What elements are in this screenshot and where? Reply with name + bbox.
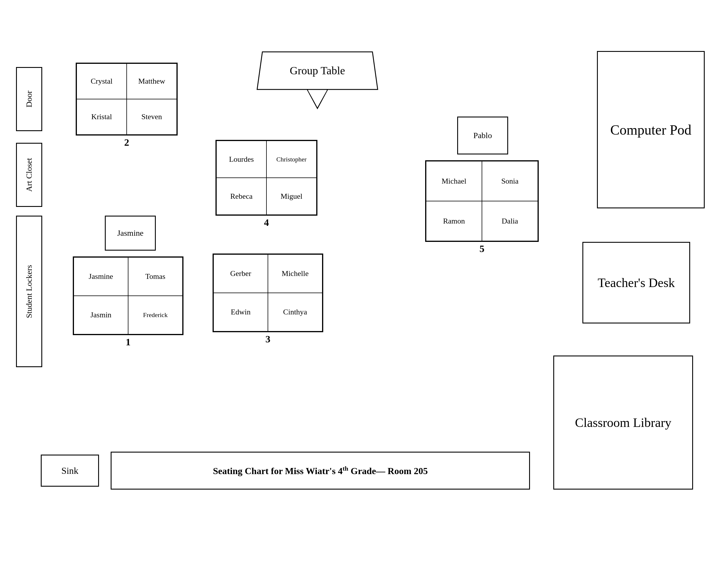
- desk-frederick: Frederick: [128, 296, 183, 334]
- svg-marker-2: [308, 90, 327, 107]
- sink-label: Sink: [41, 455, 99, 487]
- desk-rebeca: Rebeca: [216, 178, 266, 215]
- desk-jasmin: Jasmin: [74, 296, 128, 334]
- desk-michael: Michael: [426, 161, 482, 201]
- desk-group-2: Crystal Matthew Kristal Steven 2: [76, 63, 178, 148]
- desk-steven: Steven: [127, 99, 177, 135]
- desk-crystal: Crystal: [77, 63, 127, 99]
- door-label: Door: [16, 67, 42, 131]
- desk-sonia: Sonia: [482, 161, 538, 201]
- desk-miguel: Miguel: [266, 178, 317, 215]
- desk-edwin: Edwin: [213, 293, 268, 331]
- group-number-2: 2: [76, 137, 178, 148]
- desk-group-4: Lourdes Christopher Rebeca Miguel 4: [215, 140, 317, 228]
- group-number-4: 4: [215, 217, 317, 228]
- desk-ramon: Ramon: [426, 201, 482, 241]
- group-number-5: 5: [425, 243, 539, 254]
- desk-group-1: Jasmine Tomas Jasmin Frederick 1: [73, 256, 183, 348]
- desk-tomas: Tomas: [128, 257, 183, 296]
- classroom-library-label: Classroom Library: [553, 356, 693, 490]
- desk-cinthya: Cinthya: [268, 293, 322, 331]
- desk-dalia: Dalia: [482, 201, 538, 241]
- computer-pod-label: Computer Pod: [597, 51, 705, 208]
- desk-jasmine: Jasmine: [74, 257, 128, 296]
- desk-jasmine-single: Jasmine: [105, 216, 156, 250]
- desk-kristal: Kristal: [77, 99, 127, 135]
- desk-group-5: Michael Sonia Ramon Dalia 5: [425, 160, 539, 254]
- seating-chart-title: Seating Chart for Miss Wiatr's 4th Grade…: [111, 452, 530, 490]
- student-lockers-label: Student Lockers: [16, 216, 42, 367]
- teachers-desk-label: Teacher's Desk: [582, 242, 690, 324]
- group-table-label: Group Table: [290, 64, 345, 77]
- group-number-3: 3: [213, 334, 323, 345]
- desk-christopher: Christopher: [266, 141, 317, 178]
- room-layout: Door Art Closet Student Lockers Group Ta…: [0, 0, 728, 563]
- art-closet-label: Art Closet: [16, 143, 42, 207]
- desk-pablo: Pablo: [457, 116, 508, 154]
- title-text: Seating Chart for Miss Wiatr's 4th Grade…: [213, 465, 428, 477]
- desk-lourdes: Lourdes: [216, 141, 266, 178]
- group-table: Group Table: [256, 51, 379, 106]
- group-number-1: 1: [73, 337, 183, 348]
- desk-matthew: Matthew: [127, 63, 177, 99]
- desk-gerber: Gerber: [213, 254, 268, 293]
- desk-michelle: Michelle: [268, 254, 322, 293]
- desk-group-3: Gerber Michelle Edwin Cinthya 3: [213, 253, 323, 345]
